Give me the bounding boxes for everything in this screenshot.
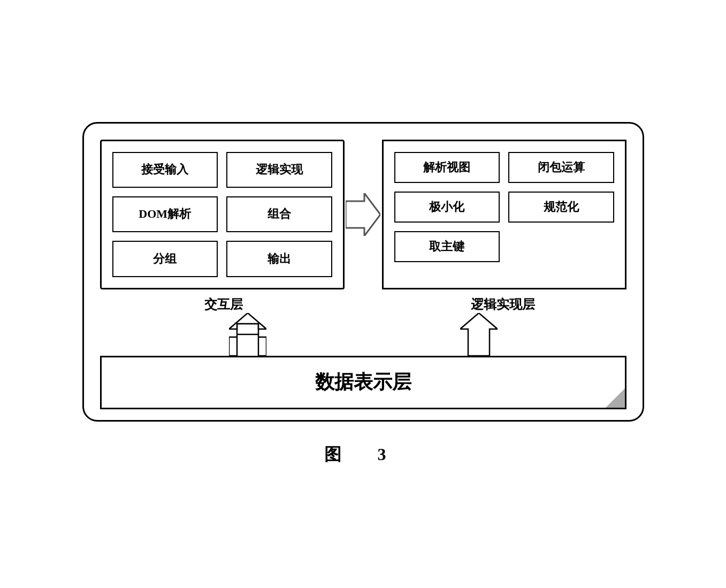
cell-dom-parse: DOM解析	[112, 196, 218, 232]
cell-receive-input: 接受输入	[112, 152, 218, 188]
cell-combine: 组合	[226, 196, 332, 232]
svg-marker-0	[346, 193, 380, 236]
logic-layer-label: 逻辑实现层	[379, 294, 626, 313]
cell-logic-impl: 逻辑实现	[226, 152, 332, 188]
up-arrows	[100, 313, 626, 356]
cell-group: 分组	[112, 241, 218, 277]
up-arrow-left	[229, 313, 266, 356]
interaction-layer-box: 接受输入 逻辑实现 DOM解析 组合 分组 输出	[100, 140, 345, 289]
cell-minimize: 极小化	[394, 192, 500, 223]
cell-normalize: 规范化	[508, 192, 614, 223]
cell-closure-op: 闭包运算	[508, 152, 614, 183]
top-section: 接受输入 逻辑实现 DOM解析 组合 分组 输出 解析视图 极小化	[100, 140, 626, 289]
svg-marker-3	[460, 313, 498, 356]
labels-row: 交互层 逻辑实现层	[100, 294, 626, 313]
cell-primary-key: 取主键	[394, 231, 500, 262]
up-arrow-right	[460, 313, 498, 356]
dog-ear-icon	[606, 388, 625, 408]
data-display-label: 数据表示层	[315, 369, 411, 395]
figure-caption: 图 3	[324, 443, 402, 467]
data-display-layer-box: 数据表示层	[100, 356, 626, 409]
main-diagram: 接受输入 逻辑实现 DOM解析 组合 分组 输出 解析视图 极小化	[69, 122, 658, 467]
interaction-layer-label: 交互层	[100, 294, 347, 313]
cell-parse-view: 解析视图	[394, 152, 500, 183]
cell-output: 输出	[226, 241, 332, 277]
logic-layer-box: 解析视图 极小化 取主键 闭包运算 规范化	[382, 140, 626, 289]
right-arrow	[345, 193, 382, 236]
outer-box: 接受输入 逻辑实现 DOM解析 组合 分组 输出 解析视图 极小化	[82, 122, 644, 422]
